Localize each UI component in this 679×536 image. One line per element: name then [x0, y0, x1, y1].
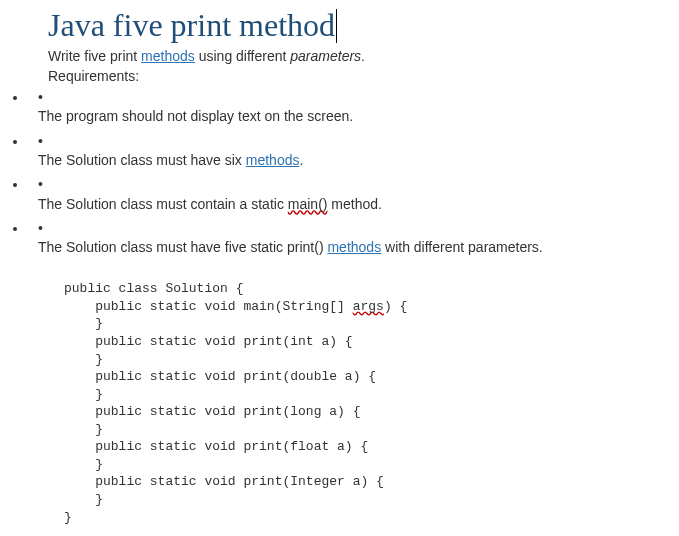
text-cursor — [336, 9, 337, 43]
inner-bullet-dot: • — [38, 134, 679, 149]
list-item: • The Solution class must have six metho… — [28, 132, 679, 170]
intro-italic: parameters — [290, 48, 361, 64]
intro-pre: Write five print — [48, 48, 141, 64]
code-line: public static void main(String[] args) { — [64, 299, 407, 314]
code-line: public static void print(Integer a) { — [64, 474, 384, 489]
requirements-list: • The program should not display text on… — [28, 88, 679, 256]
code-line: public static void print(long a) { — [64, 404, 360, 419]
code-line: } — [64, 510, 72, 525]
spellcheck-main: main() — [288, 196, 328, 212]
intro-post: . — [361, 48, 365, 64]
link-methods[interactable]: methods — [327, 239, 381, 255]
code-line: public static void print(int a) { — [64, 334, 353, 349]
requirement-text: The Solution class must contain a static… — [38, 195, 679, 213]
list-item: • The Solution class must have five stat… — [28, 219, 679, 257]
intro-mid: using different — [195, 48, 290, 64]
page-title: Java five print method — [48, 8, 337, 43]
inner-bullet-dot: • — [38, 221, 679, 236]
intro-link-methods[interactable]: methods — [141, 48, 195, 64]
inner-bullet-dot: • — [38, 90, 679, 105]
code-line: } — [64, 352, 103, 367]
title-text: Java five print method — [48, 7, 335, 43]
link-methods[interactable]: methods — [246, 152, 300, 168]
intro-paragraph: Write five print methods using different… — [48, 47, 679, 66]
requirements-label: Requirements: — [48, 68, 679, 84]
requirement-text: The program should not display text on t… — [38, 107, 679, 125]
code-line: } — [64, 316, 103, 331]
code-block: public class Solution { public static vo… — [64, 280, 679, 526]
code-line: public static void print(float a) { — [64, 439, 368, 454]
code-line: } — [64, 457, 103, 472]
requirement-text: The Solution class must have six methods… — [38, 151, 679, 169]
spellcheck-args: args — [353, 299, 384, 314]
list-item: • The Solution class must contain a stat… — [28, 175, 679, 213]
code-line: } — [64, 492, 103, 507]
code-line: public static void print(double a) { — [64, 369, 376, 384]
inner-bullet-dot: • — [38, 177, 679, 192]
list-item: • The program should not display text on… — [28, 88, 679, 126]
code-line: } — [64, 387, 103, 402]
requirement-text: The Solution class must have five static… — [38, 238, 679, 256]
code-line: public class Solution { — [64, 281, 243, 296]
code-line: } — [64, 422, 103, 437]
